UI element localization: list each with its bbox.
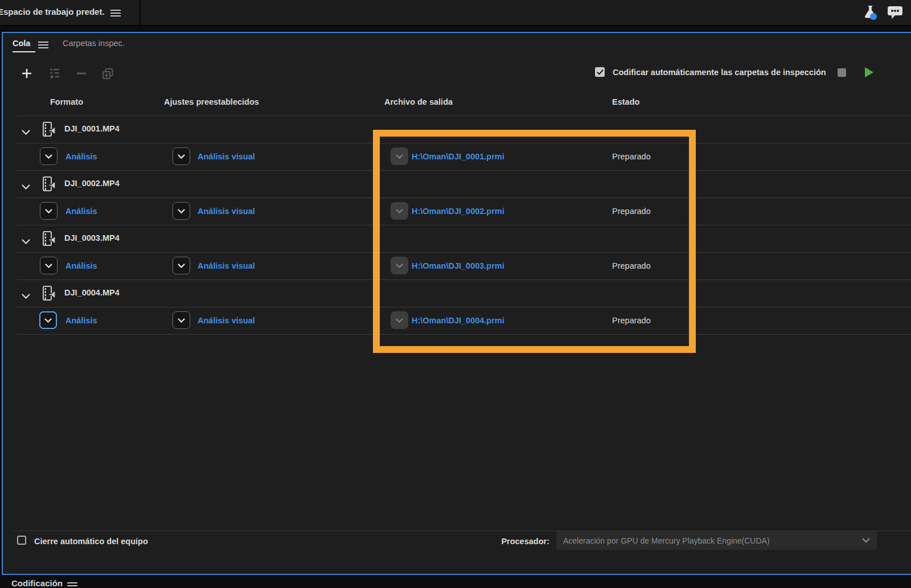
output-row[interactable]: Análisis Análisis visual H:\Oman\DJI_000…	[3, 252, 911, 279]
row-separator	[17, 334, 911, 335]
column-header-preset: Ajustes preestablecidos	[164, 97, 259, 106]
format-link[interactable]: Análisis	[65, 207, 97, 216]
queue-panel: Cola Carpetas inspec. Codificar automáti…	[2, 32, 911, 575]
output-dropdown[interactable]	[391, 311, 408, 329]
start-queue-button[interactable]	[865, 67, 873, 77]
output-dropdown[interactable]	[391, 257, 408, 274]
panel-menu-icon[interactable]	[38, 40, 48, 50]
source-filename: DJI_0003.MP4	[64, 233, 120, 242]
source-row[interactable]: DJI_0001.MP4	[3, 116, 911, 143]
auto-encode-label: Codificar automáticamente las carpetas d…	[613, 68, 826, 77]
chevron-down-icon[interactable]	[22, 291, 30, 301]
duplicate-button[interactable]	[101, 67, 114, 80]
feedback-bubble-icon[interactable]	[887, 5, 903, 23]
auto-encode-checkbox[interactable]	[595, 67, 605, 77]
renderer-select[interactable]: Aceleración por GPU de Mercury Playback …	[556, 531, 877, 550]
tab-watch-folders[interactable]: Carpetas inspec.	[63, 39, 125, 48]
column-header-status: Estado	[612, 97, 639, 106]
preset-link[interactable]: Análisis visual	[198, 316, 255, 325]
format-dropdown[interactable]	[39, 311, 57, 329]
renderer-value: Aceleración por GPU de Mercury Playback …	[563, 536, 862, 545]
active-tab-underline	[13, 51, 35, 52]
chevron-down-icon[interactable]	[22, 182, 30, 192]
status-text: Preparado	[612, 152, 651, 161]
filmstrip-speaker-icon	[43, 176, 56, 194]
output-path-link[interactable]: H:\Oman\DJI_0002.prmi	[412, 207, 504, 216]
format-dropdown[interactable]	[40, 202, 58, 220]
status-text: Preparado	[612, 261, 651, 270]
output-row[interactable]: Análisis Análisis visual H:\Oman\DJI_000…	[3, 143, 911, 170]
preset-dropdown[interactable]	[173, 257, 190, 274]
encoding-panel-strip: Codificación	[0, 576, 911, 588]
filmstrip-speaker-icon	[43, 231, 56, 248]
chevron-down-icon[interactable]	[22, 127, 30, 137]
chevron-down-icon[interactable]	[22, 236, 30, 246]
format-dropdown[interactable]	[40, 147, 58, 165]
workspace-selector[interactable]: Espacio de trabajo predet.	[0, 7, 105, 17]
encoding-panel-menu-icon[interactable]	[67, 581, 77, 588]
source-row[interactable]: DJI_0004.MP4	[3, 279, 911, 307]
output-path-link[interactable]: H:\Oman\DJI_0004.prmi	[412, 316, 504, 325]
column-header-format: Formato	[50, 97, 83, 106]
auto-shutdown-checkbox[interactable]	[17, 536, 26, 545]
filmstrip-speaker-icon	[43, 286, 56, 303]
add-source-button[interactable]	[20, 67, 34, 80]
source-row[interactable]: DJI_0003.MP4	[3, 225, 911, 252]
add-output-button[interactable]	[47, 67, 61, 80]
preset-link[interactable]: Análisis visual	[198, 261, 255, 270]
tab-queue[interactable]: Cola	[13, 39, 30, 48]
preset-link[interactable]: Análisis visual	[198, 152, 255, 161]
column-header-output: Archivo de salida	[384, 97, 453, 106]
status-text: Preparado	[612, 316, 651, 325]
remove-button[interactable]	[75, 67, 88, 80]
beaker-flask-icon[interactable]	[863, 5, 878, 23]
format-link[interactable]: Análisis	[65, 316, 97, 325]
workspace-menu-icon[interactable]	[110, 8, 121, 18]
titlebar-divider	[139, 0, 141, 26]
source-filename: DJI_0001.MP4	[64, 124, 120, 133]
titlebar: Espacio de trabajo predet.	[0, 0, 911, 26]
preset-dropdown[interactable]	[173, 311, 190, 329]
source-filename: DJI_0004.MP4	[64, 288, 120, 297]
chevron-down-icon	[862, 538, 870, 543]
preset-dropdown[interactable]	[173, 202, 190, 220]
output-path-link[interactable]: H:\Oman\DJI_0001.prmi	[412, 152, 504, 161]
auto-shutdown-label: Cierre automático del equipo	[34, 537, 148, 546]
format-link[interactable]: Análisis	[65, 152, 97, 161]
preset-link[interactable]: Análisis visual	[198, 207, 255, 216]
format-link[interactable]: Análisis	[65, 261, 97, 270]
source-row[interactable]: DJI_0002.MP4	[3, 170, 911, 198]
format-dropdown[interactable]	[40, 257, 58, 274]
output-dropdown[interactable]	[391, 147, 408, 165]
output-row[interactable]: Análisis Análisis visual H:\Oman\DJI_000…	[3, 307, 911, 334]
output-path-link[interactable]: H:\Oman\DJI_0003.prmi	[412, 261, 504, 270]
output-dropdown[interactable]	[391, 202, 408, 220]
filmstrip-speaker-icon	[43, 122, 56, 139]
encoding-panel-title: Codificación	[11, 578, 63, 588]
preset-dropdown[interactable]	[173, 147, 190, 165]
status-text: Preparado	[612, 207, 651, 216]
renderer-label: Procesador:	[470, 537, 549, 546]
stop-queue-button[interactable]	[838, 68, 846, 77]
output-row[interactable]: Análisis Análisis visual H:\Oman\DJI_000…	[3, 198, 911, 225]
source-filename: DJI_0002.MP4	[64, 179, 120, 188]
